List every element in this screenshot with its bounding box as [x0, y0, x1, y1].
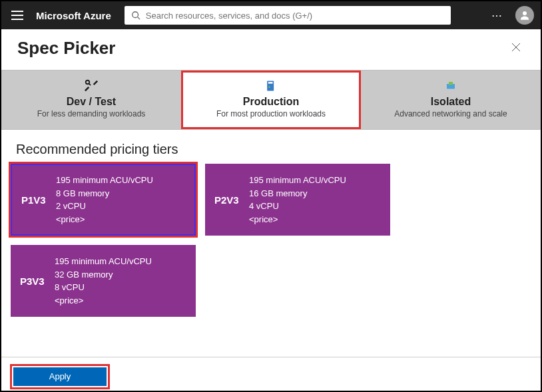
- apply-button[interactable]: Apply: [13, 367, 107, 386]
- server-icon: [181, 79, 361, 93]
- tier-vcpu: 2 vCPU: [56, 200, 153, 213]
- tier-acu: 195 minimum ACU/vCPU: [56, 174, 153, 187]
- tab-isolated[interactable]: Isolated Advanced networking and scale: [361, 71, 541, 129]
- tier-card-p1v3[interactable]: P1V3 195 minimum ACU/vCPU 8 GB memory 2 …: [11, 164, 196, 236]
- tier-memory: 32 GB memory: [55, 268, 152, 282]
- tab-production[interactable]: Production For most production workloads: [181, 71, 361, 129]
- person-icon: [519, 9, 531, 21]
- svg-line-1: [137, 17, 140, 20]
- workload-tabs: Dev / Test For less demanding workloads …: [1, 70, 541, 130]
- tier-vcpu: 8 vCPU: [55, 281, 152, 294]
- blade-header: Spec Picker: [1, 29, 541, 70]
- svg-point-8: [268, 86, 270, 88]
- search-icon: [131, 11, 140, 20]
- tab-subtitle: Advanced networking and scale: [361, 109, 541, 118]
- tier-name: P3V3: [20, 276, 55, 287]
- blade-footer: Apply: [1, 357, 541, 392]
- isolated-icon: [361, 79, 541, 93]
- tab-subtitle: For most production workloads: [181, 109, 361, 118]
- page-title: Spec Picker: [17, 38, 115, 59]
- tier-name: P2V3: [214, 194, 249, 206]
- tier-card-p2v3[interactable]: P2V3 195 minimum ACU/vCPU 16 GB memory 4…: [205, 164, 390, 236]
- tier-vcpu: 4 vCPU: [249, 200, 346, 213]
- tab-title: Isolated: [361, 96, 541, 108]
- tier-memory: 16 GB memory: [249, 187, 346, 200]
- more-icon[interactable]: ⋯: [486, 9, 509, 22]
- tier-specs: 195 minimum ACU/vCPU 16 GB memory 4 vCPU…: [249, 174, 346, 226]
- tier-memory: 8 GB memory: [56, 187, 153, 200]
- tier-acu: 195 minimum ACU/vCPU: [55, 255, 152, 268]
- tab-title: Production: [181, 96, 361, 108]
- global-search[interactable]: [125, 6, 451, 25]
- tier-price: <price>: [249, 213, 346, 226]
- tab-subtitle: For less demanding workloads: [1, 109, 181, 118]
- tier-acu: 195 minimum ACU/vCPU: [249, 174, 346, 187]
- recommended-heading: Recommended pricing tiers: [1, 130, 541, 164]
- svg-point-2: [523, 11, 527, 15]
- tools-icon: [1, 79, 181, 93]
- tab-dev-test[interactable]: Dev / Test For less demanding workloads: [1, 71, 181, 129]
- user-avatar[interactable]: [515, 6, 534, 25]
- menu-icon[interactable]: [8, 6, 27, 25]
- tab-title: Dev / Test: [1, 96, 181, 108]
- search-input[interactable]: [146, 11, 444, 21]
- pricing-cards: P1V3 195 minimum ACU/vCPU 8 GB memory 2 …: [1, 164, 541, 330]
- close-button[interactable]: [507, 37, 525, 59]
- svg-rect-7: [268, 82, 273, 84]
- svg-rect-10: [449, 82, 453, 85]
- tier-price: <price>: [55, 294, 152, 307]
- svg-point-0: [133, 12, 138, 18]
- close-icon: [511, 43, 521, 52]
- content-scroll[interactable]: Dev / Test For less demanding workloads …: [1, 70, 541, 392]
- tier-name: P1V3: [21, 194, 56, 206]
- azure-topbar: Microsoft Azure ⋯: [1, 1, 541, 29]
- tier-card-p3v3[interactable]: P3V3 195 minimum ACU/vCPU 32 GB memory 8…: [11, 245, 196, 317]
- tier-price: <price>: [56, 213, 153, 226]
- tier-specs: 195 minimum ACU/vCPU 32 GB memory 8 vCPU…: [55, 255, 152, 307]
- tier-specs: 195 minimum ACU/vCPU 8 GB memory 2 vCPU …: [56, 174, 153, 226]
- brand-label: Microsoft Azure: [36, 10, 111, 21]
